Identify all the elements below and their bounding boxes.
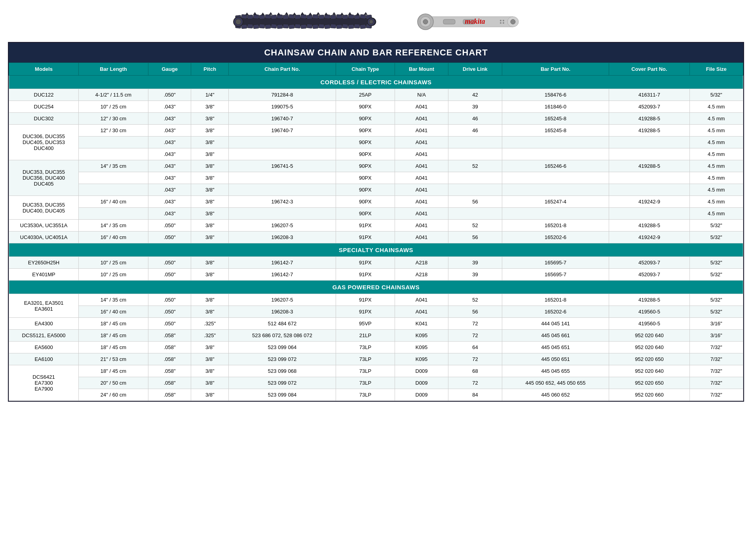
table-cell [229, 208, 336, 220]
table-cell: 90PX [336, 208, 395, 220]
table-cell-models: DUC353, DUC355 DUC400, DUC405 [9, 196, 79, 220]
table-cell: K095 [395, 353, 448, 365]
table-cell: 3/8" [191, 294, 229, 306]
table-cell: 416311-7 [609, 89, 689, 101]
table-cell: 196142-7 [229, 257, 336, 269]
table-cell: 16" / 40 cm [79, 196, 148, 208]
svg-rect-45 [360, 24, 366, 28]
table-cell: 16" / 40 cm [79, 306, 148, 318]
table-cell: 4.5 mm [689, 137, 743, 148]
table-cell: 72 [448, 318, 502, 330]
table-cell [448, 184, 502, 196]
table-cell: 4.5 mm [689, 208, 743, 220]
table-cell [229, 137, 336, 148]
table-cell: 73LP [336, 353, 395, 365]
table-cell: 91PX [336, 269, 395, 281]
col-header-gauge: Gauge [148, 63, 191, 76]
svg-point-48 [235, 19, 241, 25]
col-header-chainpart: Chain Part No. [229, 63, 336, 76]
svg-marker-54 [269, 12, 272, 15]
table-row: UC3530A, UC3551A14" / 35 cm.050"3/8"1962… [9, 220, 743, 232]
svg-rect-40 [330, 24, 336, 28]
table-cell: 14" / 35 cm [79, 294, 148, 306]
svg-rect-25 [241, 25, 247, 29]
svg-rect-28 [259, 24, 265, 28]
table-cell: 419288-5 [609, 160, 689, 172]
svg-rect-41 [336, 25, 342, 29]
svg-point-76 [500, 20, 501, 21]
table-cell: 3/16" [689, 330, 743, 342]
table-cell: .325" [191, 330, 229, 342]
table-cell: A041 [395, 148, 448, 160]
svg-rect-30 [271, 24, 277, 28]
table-cell: 7/32" [689, 377, 743, 389]
table-cell: 4.5 mm [689, 196, 743, 208]
table-cell: 791284-8 [229, 89, 336, 101]
table-row: EA560018" / 45 cm.058"3/8"523 099 06473L… [9, 342, 743, 353]
table-cell: 3/8" [191, 148, 229, 160]
table-cell: 523 099 084 [229, 389, 336, 401]
table-cell: 10" / 25 cm [79, 269, 148, 281]
table-cell: 952 020 650 [609, 377, 689, 389]
table-cell: 165246-6 [502, 160, 609, 172]
svg-marker-55 [277, 13, 280, 15]
table-cell: 5/32" [689, 232, 743, 243]
table-cell: 7/32" [689, 389, 743, 401]
table-cell: 72 [448, 377, 502, 389]
svg-rect-9 [283, 15, 289, 19]
table-cell: 952 020 650 [609, 353, 689, 365]
svg-rect-38 [319, 24, 325, 28]
table-cell: 10" / 25 cm [79, 257, 148, 269]
table-cell: DCS5121, EA5000 [9, 330, 79, 342]
table-cell: 14" / 35 cm [79, 220, 148, 232]
chart-container: CHAINSAW CHAIN AND BAR REFERENCE CHART M… [8, 42, 744, 402]
table-cell: 90PX [336, 160, 395, 172]
table-cell: 512 484 672 [229, 318, 336, 330]
table-cell: 196207-5 [229, 294, 336, 306]
col-header-pitch: Pitch [191, 63, 229, 76]
table-cell: 3/8" [191, 377, 229, 389]
table-cell: 419288-5 [609, 294, 689, 306]
table-cell: 73LP [336, 365, 395, 377]
table-cell: .058" [148, 330, 191, 342]
table-cell [79, 184, 148, 196]
svg-marker-62 [332, 12, 336, 15]
table-row: EA430018" / 45 cm.050".325"512 484 67295… [9, 318, 743, 330]
reference-table: Models Bar Length Gauge Pitch Chain Part… [9, 63, 743, 401]
table-cell: 952 020 640 [609, 342, 689, 353]
table-cell: A041 [395, 184, 448, 196]
table-cell: 5/32" [689, 89, 743, 101]
table-cell: 952 020 640 [609, 330, 689, 342]
table-cell: 445 045 651 [502, 342, 609, 353]
table-header-row: Models Bar Length Gauge Pitch Chain Part… [9, 63, 743, 76]
table-cell: 196207-5 [229, 220, 336, 232]
col-header-chaintype: Chain Type [336, 63, 395, 76]
table-cell: 68 [448, 365, 502, 377]
table-cell: 16" / 40 cm [79, 232, 148, 243]
table-cell: 4.5 mm [689, 148, 743, 160]
svg-marker-63 [340, 13, 344, 15]
table-cell: 5/32" [689, 269, 743, 281]
table-cell: 46 [448, 113, 502, 125]
table-cell: EY401MP [9, 269, 79, 281]
table-cell: EA5600 [9, 342, 79, 353]
col-header-barpart: Bar Part No. [502, 63, 609, 76]
table-cell: A041 [395, 196, 448, 208]
svg-text:makita: makita [465, 17, 485, 25]
svg-marker-60 [317, 12, 320, 15]
makita-bar-image: makita [396, 8, 522, 36]
section-header-cell: CORDLESS / ELECTRIC CHAINSAWS [9, 76, 743, 89]
svg-rect-7 [271, 15, 277, 19]
table-cell: .050" [148, 294, 191, 306]
table-cell: .043" [148, 208, 191, 220]
svg-rect-14 [313, 15, 319, 19]
table-cell: 3/8" [191, 306, 229, 318]
table-cell [609, 148, 689, 160]
table-cell: 42 [448, 89, 502, 101]
table-cell: 90PX [336, 196, 395, 208]
table-cell [502, 172, 609, 184]
table-cell: 1/4" [191, 89, 229, 101]
table-cell: 4.5 mm [689, 101, 743, 113]
svg-rect-33 [289, 24, 295, 28]
table-cell: 419242-9 [609, 232, 689, 243]
